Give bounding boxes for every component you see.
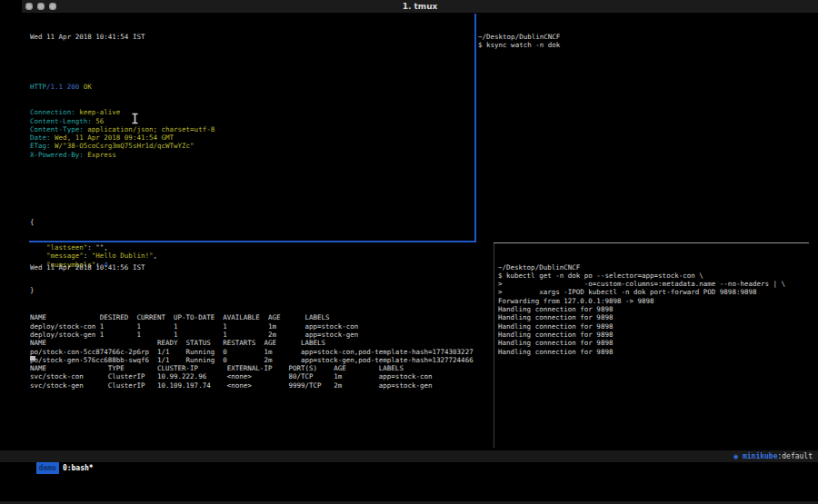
http-headers: Connection: keep-aliveContent-Length: 56…	[30, 108, 214, 159]
http-header-line: Content-Type: application/json; charset=…	[30, 125, 214, 133]
http-header-line: Content-Length: 56	[30, 117, 214, 125]
http-header-line: Connection: keep-alive	[30, 108, 214, 116]
kube-namespace: :default	[777, 452, 813, 460]
http-protocol: HTTP	[30, 83, 46, 91]
tmux-status-bar: demo0:bash* ◉ minikube:default	[0, 450, 818, 462]
http-header-line: ETag: W/"38-O5coCsrg3mQ75sHr1d/qcWTwYZc"	[30, 142, 214, 150]
timestamp: Wed 11 Apr 2018 10:41:54 IST	[30, 33, 214, 41]
kubernetes-helm-icon: ◉	[733, 452, 738, 460]
http-version-status: /1.1 200	[46, 83, 79, 91]
window-titlebar: 1. tmux	[22, 0, 818, 13]
pane-divider-right-horizontal[interactable]	[494, 242, 809, 243]
session-name-badge[interactable]: demo	[36, 462, 59, 474]
http-header-line: X-Powered-By: Express	[30, 151, 214, 159]
mouse-ibeam-pointer	[131, 113, 139, 124]
window-tab[interactable]: 0:bash*	[63, 464, 94, 472]
http-status-line: HTTP/1.1 200 OK	[30, 83, 214, 91]
pane-divider-top-vertical[interactable]	[474, 14, 476, 242]
table-deployments: NAME DESIRED CURRENT UP-TO-DATE AVAILABL…	[30, 313, 474, 339]
http-status-text: OK	[84, 83, 92, 91]
table-pods: NAME READY STATUS RESTARTS AGE LABELS po…	[30, 339, 474, 364]
http-header-line: Date: Wed, 11 Apr 2018 09:41:54 GMT	[30, 133, 214, 142]
json-open-brace: {	[30, 218, 214, 226]
ksync-output: ~/Desktop/DublinCNCF $ ksync watch -n do…	[478, 33, 560, 50]
pane-kubectl-resources[interactable]: Wed 11 Apr 2018 10:41:56 IST NAME DESIRE…	[30, 246, 474, 398]
window-title: 1. tmux	[22, 0, 818, 13]
pane-divider-left-horizontal[interactable]	[29, 241, 474, 242]
pane-ksync[interactable]: ~/Desktop/DublinCNCF $ ksync watch -n do…	[478, 15, 560, 57]
port-forward-output: ~/Desktop/DublinCNCF $ kubectl get -n do…	[498, 263, 785, 356]
table-services: NAME TYPE CLUSTER-IP EXTERNAL-IP PORT(S)…	[30, 364, 474, 390]
kube-context-name: minikube	[743, 452, 778, 460]
timestamp: Wed 11 Apr 2018 10:41:56 IST	[30, 263, 474, 272]
pane-port-forward[interactable]: ~/Desktop/DublinCNCF $ kubectl get -n do…	[498, 246, 785, 364]
pane-divider-bottom-vertical[interactable]	[494, 243, 494, 448]
kubectl-tables: NAME DESIRED CURRENT UP-TO-DATE AVAILABL…	[30, 313, 474, 390]
kube-context-status: ◉ minikube:default	[733, 450, 813, 462]
